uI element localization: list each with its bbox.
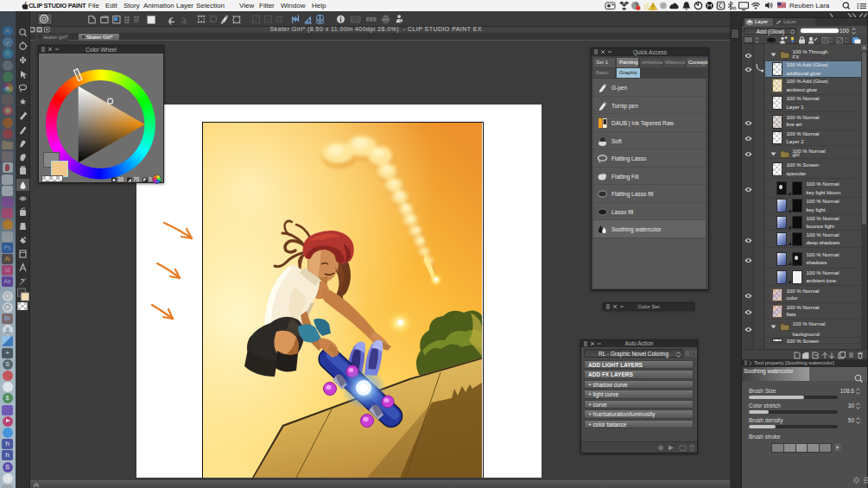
svg-text:FPS: FPS (352, 18, 360, 22)
